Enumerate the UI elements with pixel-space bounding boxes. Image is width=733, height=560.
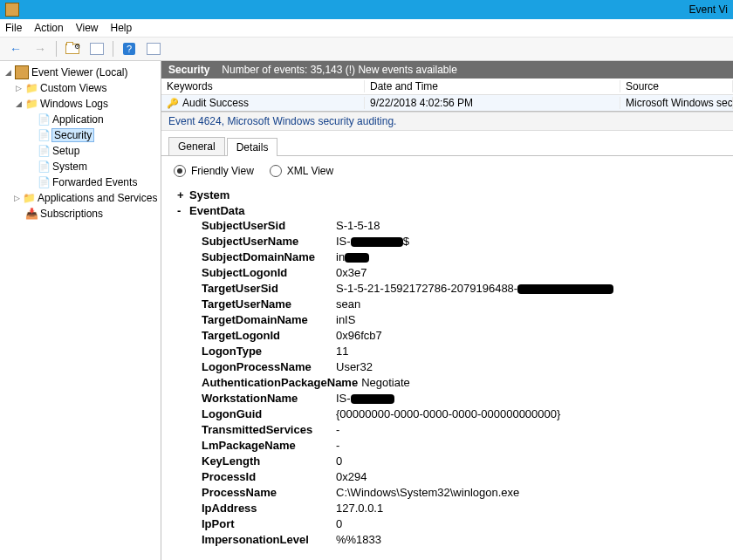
- tree-label: Event Viewer (Local): [31, 66, 128, 79]
- log-status-header: Security Number of events: 35,143 (!) Ne…: [161, 61, 733, 79]
- event-field: LogonProcessNameUser32: [202, 359, 717, 374]
- col-datetime[interactable]: Date and Time: [365, 80, 620, 92]
- node-system[interactable]: System: [177, 188, 717, 201]
- tree-log-system[interactable]: System: [2, 159, 159, 174]
- log-icon: [38, 145, 50, 157]
- tree-log-forwarded[interactable]: Forwarded Events: [2, 174, 159, 190]
- field-value: Negotiate: [361, 375, 410, 390]
- expand-icon[interactable]: [14, 84, 23, 92]
- back-button[interactable]: [5, 39, 26, 58]
- field-key: LmPackageName: [202, 438, 336, 453]
- menu-file[interactable]: File: [5, 22, 22, 34]
- log-summary: Number of events: 35,143 (!) New events …: [222, 64, 456, 76]
- event-field: TargetLogonId0x96fcb7: [202, 328, 717, 343]
- event-field: ProcessId0x294: [202, 469, 717, 484]
- grid-row[interactable]: Audit Success 9/22/2018 4:02:56 PM Micro…: [161, 95, 733, 111]
- tree-subscriptions[interactable]: Subscriptions: [2, 206, 159, 222]
- field-key: TargetUserSid: [202, 281, 336, 296]
- menu-help[interactable]: Help: [111, 22, 133, 34]
- field-key: TargetUserName: [202, 297, 336, 311]
- col-keywords[interactable]: Keywords: [161, 80, 365, 92]
- properties-button[interactable]: [62, 39, 83, 58]
- expand-plus-icon[interactable]: [177, 188, 189, 201]
- field-key: SubjectLogonId: [202, 265, 336, 280]
- tree-apps-services[interactable]: Applications and Services Lo: [2, 190, 159, 206]
- view-mode-radios: Friendly View XML View: [161, 156, 733, 186]
- expand-icon[interactable]: [3, 68, 12, 77]
- field-key: TargetDomainName: [202, 312, 336, 327]
- radio-friendly-view[interactable]: Friendly View: [174, 165, 254, 177]
- tree-custom-views[interactable]: Custom Views: [2, 80, 159, 96]
- radio-label: XML View: [287, 165, 333, 177]
- field-value: IS-$: [336, 234, 409, 249]
- field-value: 11: [336, 344, 348, 359]
- field-key: TransmittedServices: [202, 422, 336, 437]
- event-title: Event 4624, Microsoft Windows security a…: [161, 112, 733, 131]
- redaction-mark: [351, 394, 394, 404]
- eventviewer-icon: [15, 65, 29, 79]
- expand-minus-icon[interactable]: [177, 204, 189, 217]
- detail-tabs: General Details: [161, 131, 733, 155]
- tree-label: Subscriptions: [40, 208, 103, 220]
- menu-action[interactable]: Action: [34, 22, 63, 34]
- tree-label: Applications and Services Lo: [38, 192, 161, 204]
- menu-view[interactable]: View: [76, 22, 99, 34]
- key-icon: [167, 97, 182, 109]
- event-field: SubjectUserSidS-1-5-18: [202, 218, 717, 233]
- event-field: SubjectLogonId0x3e7: [202, 265, 717, 280]
- field-value: 0x96fcb7: [336, 328, 382, 343]
- field-key: LogonGuid: [202, 406, 336, 421]
- field-key: ImpersonationLevel: [202, 532, 336, 547]
- field-key: WorkstationName: [202, 391, 336, 406]
- find-button[interactable]: [86, 39, 107, 58]
- tree-log-application[interactable]: Application: [2, 112, 159, 127]
- field-value: S-1-5-18: [336, 218, 380, 233]
- forward-button[interactable]: [30, 39, 51, 58]
- event-field: TargetDomainNameinIS: [202, 312, 717, 327]
- field-value: 0: [336, 454, 342, 468]
- field-value: User32: [336, 359, 373, 374]
- event-field: WorkstationNameIS-: [202, 391, 717, 406]
- tree-log-security[interactable]: Security: [2, 127, 159, 143]
- event-field: LogonType11: [202, 344, 717, 359]
- event-field: SubjectUserNameIS-$: [202, 234, 717, 249]
- node-label: System: [189, 188, 229, 201]
- tree-root[interactable]: Event Viewer (Local): [2, 65, 159, 80]
- tree-log-setup[interactable]: Setup: [2, 143, 159, 159]
- panes-button[interactable]: [143, 39, 164, 58]
- tab-details[interactable]: Details: [227, 138, 278, 156]
- radio-xml-view[interactable]: XML View: [270, 165, 333, 177]
- folder-icon: [25, 82, 38, 94]
- col-source[interactable]: Source: [620, 80, 733, 92]
- tree-label: Forwarded Events: [52, 176, 137, 188]
- arrow-right-icon: [34, 42, 46, 56]
- field-value: 0: [336, 516, 342, 531]
- navigation-tree[interactable]: Event Viewer (Local) Custom Views Window…: [0, 61, 161, 560]
- help-button[interactable]: ?: [119, 39, 140, 58]
- radio-label: Friendly View: [191, 165, 254, 177]
- field-value: {00000000-0000-0000-0000-000000000000}: [336, 406, 560, 421]
- expand-icon[interactable]: [14, 194, 20, 202]
- event-grid[interactable]: Keywords Date and Time Source Audit Succ…: [161, 79, 733, 112]
- node-eventdata[interactable]: EventData: [177, 204, 717, 217]
- folder-icon: [25, 98, 38, 110]
- panes-icon: [147, 43, 161, 55]
- arrow-left-icon: [10, 42, 22, 56]
- tab-general[interactable]: General: [168, 137, 225, 155]
- node-label: EventData: [189, 204, 245, 217]
- tree-label: Windows Logs: [40, 98, 108, 110]
- field-value: IS-: [336, 391, 394, 406]
- app-icon: [5, 3, 19, 17]
- help-icon: ?: [123, 43, 135, 55]
- field-value: 0x3e7: [336, 265, 366, 280]
- log-icon: [38, 113, 50, 126]
- toolbar-separator: [56, 41, 57, 57]
- expand-icon[interactable]: [14, 99, 23, 108]
- event-details[interactable]: System EventData SubjectUserSidS-1-5-18S…: [161, 186, 733, 560]
- field-value: %%1833: [336, 532, 381, 547]
- tree-windows-logs[interactable]: Windows Logs: [2, 96, 159, 112]
- redaction-mark: [517, 284, 613, 294]
- log-icon: [38, 129, 50, 141]
- grid-header[interactable]: Keywords Date and Time Source: [161, 79, 733, 95]
- field-key: LogonProcessName: [202, 359, 336, 374]
